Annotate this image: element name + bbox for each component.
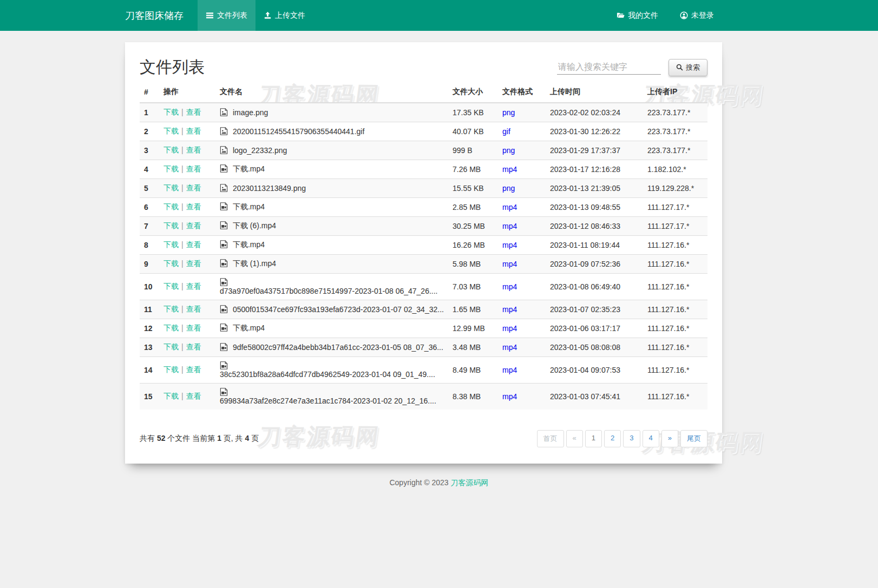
format-link[interactable]: mp4 <box>502 222 517 230</box>
view-link[interactable]: 查看 <box>186 392 201 400</box>
search-button-label: 搜索 <box>686 63 700 72</box>
summary-text: 共有 <box>140 434 155 442</box>
download-link[interactable]: 下载 <box>163 282 179 290</box>
format-link[interactable]: mp4 <box>502 305 517 314</box>
column-header: 操作 <box>159 82 215 103</box>
table-row: 6 下载|查看 下载.mp4 2.85 MB mp4 2023-01-13 09… <box>140 198 707 217</box>
cell-filename: 下载.mp4 <box>215 198 448 217</box>
search-input[interactable] <box>557 60 661 75</box>
download-link[interactable]: 下载 <box>163 146 179 154</box>
view-link[interactable]: 查看 <box>186 365 201 374</box>
image-file-icon <box>220 184 228 192</box>
view-link[interactable]: 查看 <box>186 146 201 154</box>
video-file-icon <box>220 388 228 396</box>
cell-format: mp4 <box>498 384 546 410</box>
cell-size: 3.48 MB <box>448 338 498 357</box>
table-header-row: #操作文件名文件大小文件格式上传时间上传者IP <box>140 82 707 103</box>
cell-size: 40.07 KB <box>448 122 498 141</box>
cell-time: 2023-02-02 02:03:24 <box>546 103 643 122</box>
download-link[interactable]: 下载 <box>163 202 179 211</box>
action-separator: | <box>181 183 184 192</box>
download-link[interactable]: 下载 <box>163 183 179 192</box>
format-link[interactable]: png <box>502 146 515 155</box>
view-link[interactable]: 查看 <box>186 164 201 173</box>
image-file-icon <box>220 127 228 135</box>
format-link[interactable]: mp4 <box>502 392 517 401</box>
view-link[interactable]: 查看 <box>186 240 201 249</box>
view-link[interactable]: 查看 <box>186 183 201 192</box>
file-name: d73a970ef0a437517b0c898e71514997-2023-01… <box>220 287 438 295</box>
download-link[interactable]: 下载 <box>163 127 179 135</box>
cell-index: 4 <box>140 160 159 179</box>
format-link[interactable]: mp4 <box>502 343 517 352</box>
format-link[interactable]: gif <box>502 127 510 136</box>
table-row: 5 下载|查看 20230113213849.png 15.55 KB png … <box>140 179 707 198</box>
cell-actions: 下载|查看 <box>159 160 215 179</box>
file-name: 20200115124554157906355440441.gif <box>233 127 364 136</box>
download-link[interactable]: 下载 <box>163 342 179 351</box>
download-link[interactable]: 下载 <box>163 108 179 116</box>
search-button[interactable]: 搜索 <box>669 59 707 76</box>
upload-icon <box>264 11 272 19</box>
cell-actions: 下载|查看 <box>159 338 215 357</box>
cell-index: 9 <box>140 255 159 274</box>
nav-my-files[interactable]: 我的文件 <box>608 0 666 31</box>
format-link[interactable]: mp4 <box>502 366 517 374</box>
pagination-page-4[interactable]: 4 <box>643 430 659 447</box>
site-link[interactable]: 刀客源码网 <box>451 478 489 487</box>
download-link[interactable]: 下载 <box>163 323 179 332</box>
brand[interactable]: 刀客图床储存 <box>125 0 198 31</box>
download-link[interactable]: 下载 <box>163 164 179 173</box>
download-link[interactable]: 下载 <box>163 392 179 400</box>
cell-ip: 111.127.16.* <box>643 357 707 384</box>
nav-upload[interactable]: 上传文件 <box>255 0 313 31</box>
video-file-icon <box>220 361 228 369</box>
format-link[interactable]: png <box>502 108 515 117</box>
download-link[interactable]: 下载 <box>163 305 179 313</box>
pagination-page-3[interactable]: 3 <box>623 430 640 447</box>
view-link[interactable]: 查看 <box>186 221 201 230</box>
cell-time: 2023-01-17 12:16:28 <box>546 160 643 179</box>
format-link[interactable]: png <box>502 184 515 193</box>
cell-size: 15.55 KB <box>448 179 498 198</box>
format-link[interactable]: mp4 <box>502 324 517 333</box>
format-link[interactable]: mp4 <box>502 260 517 268</box>
file-name: 0500f015347ce697fc93a193efa6723d-2023-01… <box>233 305 444 314</box>
cell-actions: 下载|查看 <box>159 103 215 122</box>
cell-format: mp4 <box>498 198 546 217</box>
format-link[interactable]: mp4 <box>502 165 517 174</box>
pagination-next-button[interactable]: » <box>661 430 678 447</box>
cell-filename: 38c52301bf8a28a64dfcd77db4962549-2023-01… <box>215 357 448 384</box>
view-link[interactable]: 查看 <box>186 259 201 268</box>
download-link[interactable]: 下载 <box>163 365 179 374</box>
download-link[interactable]: 下载 <box>163 259 179 268</box>
cell-ip: 111.127.17.* <box>643 217 707 236</box>
cell-format: png <box>498 179 546 198</box>
view-link[interactable]: 查看 <box>186 108 201 116</box>
file-table: #操作文件名文件大小文件格式上传时间上传者IP 1 下载|查看 image.pn… <box>140 82 707 409</box>
nav-file-list[interactable]: 文件列表 <box>198 0 255 31</box>
view-link[interactable]: 查看 <box>186 323 201 332</box>
view-link[interactable]: 查看 <box>186 305 201 313</box>
format-link[interactable]: mp4 <box>502 282 517 291</box>
pagination-page-2[interactable]: 2 <box>604 430 621 447</box>
view-link[interactable]: 查看 <box>186 282 201 290</box>
file-name: 下载.mp4 <box>233 323 265 332</box>
pagination-last-button[interactable]: 尾页 <box>680 430 707 447</box>
nav-login-status[interactable]: 未登录 <box>672 0 722 31</box>
view-link[interactable]: 查看 <box>186 127 201 135</box>
format-link[interactable]: mp4 <box>502 241 517 249</box>
cell-filename: 20230113213849.png <box>215 179 448 198</box>
view-link[interactable]: 查看 <box>186 202 201 211</box>
cell-format: mp4 <box>498 236 546 255</box>
image-file-icon <box>220 108 228 116</box>
view-link[interactable]: 查看 <box>186 342 201 351</box>
column-header: 上传者IP <box>643 82 707 103</box>
download-link[interactable]: 下载 <box>163 221 179 230</box>
table-row: 11 下载|查看 0500f015347ce697fc93a193efa6723… <box>140 300 707 319</box>
cell-index: 14 <box>140 357 159 384</box>
download-link[interactable]: 下载 <box>163 240 179 249</box>
format-link[interactable]: mp4 <box>502 203 517 212</box>
cell-ip: 119.129.228.* <box>643 179 707 198</box>
cell-size: 999 B <box>448 141 498 160</box>
